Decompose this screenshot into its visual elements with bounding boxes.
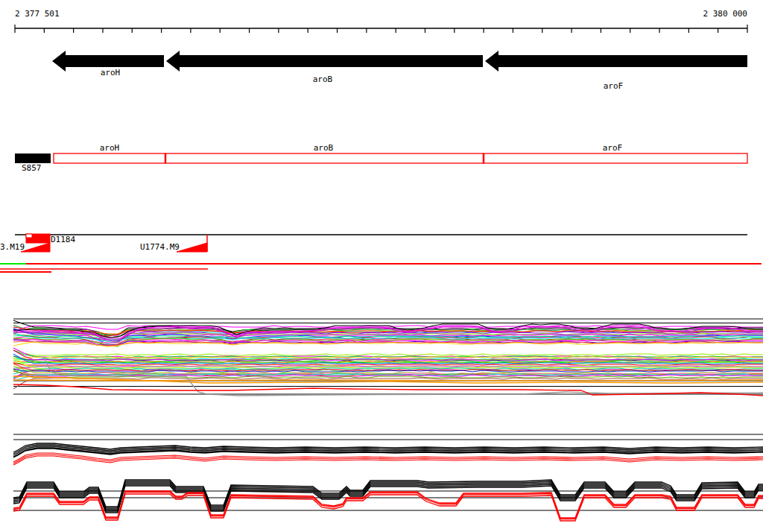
probe-wedge-3.M19[interactable] [21, 243, 50, 252]
ruler-end-coordinate: 2 380 000 [703, 10, 747, 19]
annotation-box-aroF[interactable] [484, 153, 747, 163]
ruler-start-coordinate: 2 377 501 [15, 10, 60, 19]
gene-label-aroF: aroF [604, 82, 624, 91]
probe-wedge-U1774.M9[interactable] [177, 243, 207, 252]
annotation-label-aroB: aroB [314, 144, 334, 153]
gene-label-aroH: aroH [101, 69, 121, 77]
gene-arrow-aroB[interactable] [166, 51, 483, 72]
annotation-label-aroH: aroH [100, 144, 120, 153]
genome-browser: 2 377 501 2 380 000 aroH aroB aroF S857 … [0, 0, 763, 532]
probe-label-D1184: D1184 [51, 235, 75, 244]
clone-label: S857 [22, 164, 42, 173]
probe-label-U1774M9: U1774.M9 [140, 243, 180, 252]
browser-canvas [0, 0, 763, 532]
gene-arrow-aroF[interactable] [485, 51, 747, 72]
profile-bundle-line [13, 486, 763, 513]
profile-line [13, 350, 763, 355]
annotation-box-aroB[interactable] [165, 153, 484, 163]
annotation-box-aroH[interactable] [54, 153, 165, 163]
profile-bundle-line [13, 493, 763, 519]
profile-line [13, 348, 763, 358]
annotation-label-aroF: aroF [603, 144, 623, 153]
clone-box-S857[interactable] [15, 153, 51, 163]
probe-label-3M19: 3.M19 [0, 243, 25, 252]
gene-label-aroB: aroB [313, 75, 333, 84]
probe-box-notch [26, 234, 32, 238]
profile-bundle-line [13, 455, 763, 463]
